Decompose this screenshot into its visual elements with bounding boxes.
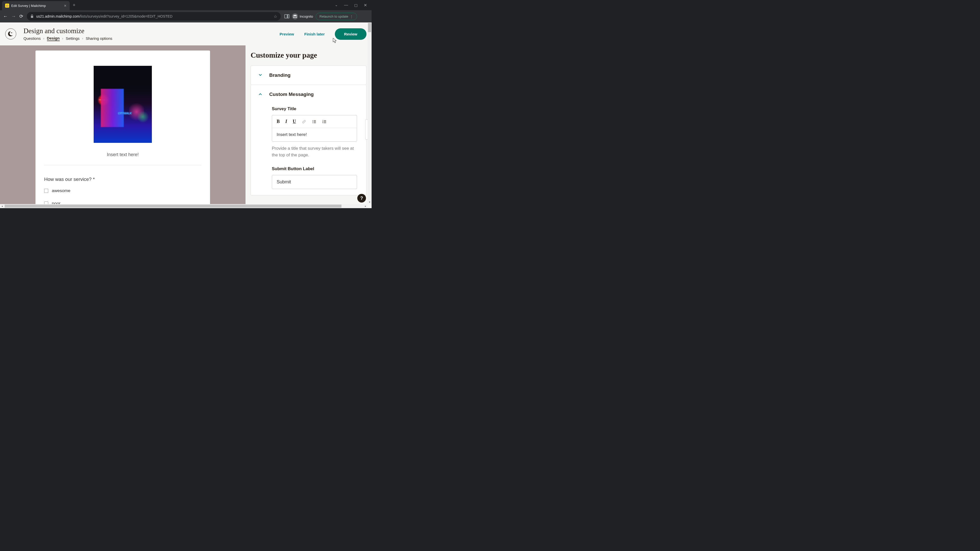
rte-toolbar: B I U 123 [272,115,357,128]
svg-point-3 [312,122,313,123]
chevron-up-icon [259,92,262,97]
tab-search-icon[interactable]: ⌄ [335,3,338,8]
accordion-body: Survey Title B I U [251,104,366,195]
app-header: Design and customize Questions › Design … [0,22,372,45]
rte-content[interactable]: Insert text here! [272,128,357,141]
field-label-survey-title: Survey Title [272,106,357,111]
chevron-down-icon [259,73,262,78]
scrollbar-thumb[interactable] [368,23,371,32]
question-block[interactable]: How was our service? * awesome poor [44,165,201,206]
lock-icon [30,14,34,19]
field-label-submit-button: Submit Button Label [272,166,357,171]
italic-button[interactable]: I [285,119,287,124]
page-title: Design and customize [24,27,280,35]
header-actions: Preview Finish later Review [280,28,366,40]
accordion-branding: Branding [251,65,366,85]
close-window-icon[interactable]: ✕ [364,3,367,8]
forward-button[interactable]: → [11,14,16,19]
scroll-down-icon[interactable]: ▾ [368,200,372,204]
accordion-header-custom-messaging[interactable]: Custom Messaging [251,85,366,104]
preview-button[interactable]: Preview [280,32,294,36]
svg-point-0 [5,29,16,39]
crumb-sharing[interactable]: Sharing options [86,36,112,41]
side-panel-icon[interactable] [284,14,290,18]
survey-header-image[interactable]: CITYWALK [94,66,152,143]
incognito-icon [292,13,298,19]
help-button[interactable]: ? [357,194,366,203]
svg-point-2 [312,121,313,122]
panel-title: Customize your page [251,51,366,59]
app-viewport: Design and customize Questions › Design … [0,22,372,208]
section-label: Custom Messaging [269,92,313,97]
option-row[interactable]: awesome [44,188,201,193]
mailchimp-logo-icon[interactable] [5,28,16,40]
review-button[interactable]: Review [335,28,366,40]
incognito-badge[interactable]: Incognito [292,13,313,19]
rich-text-editor: B I U 123 [272,115,357,141]
app-body: CITYWALK Insert text here! How was our s… [0,45,372,208]
survey-card[interactable]: CITYWALK Insert text here! How was our s… [35,51,210,208]
numbered-list-button[interactable]: 123 [322,119,327,124]
relaunch-button[interactable]: Relaunch to update ⋮ [316,13,357,20]
window-controls: ⌄ ― ◻ ✕ [335,3,372,8]
chevron-right-icon: › [43,37,45,40]
menu-dots-icon: ⋮ [350,14,353,18]
browser-tab[interactable]: 🐵 Edit Survey | Mailchimp ✕ [2,1,70,10]
horizontal-scrollbar[interactable]: ◂ ▸ [0,204,368,208]
new-tab-button[interactable]: + [73,3,76,8]
chevron-right-icon: › [62,37,63,40]
scroll-left-icon[interactable]: ◂ [0,204,4,208]
back-button[interactable]: ← [3,14,8,19]
scrollbar-thumb[interactable] [5,205,342,208]
scroll-right-icon[interactable]: ▸ [363,204,368,208]
crumb-design[interactable]: Design [47,36,60,41]
accordion-custom-messaging: Custom Messaging Survey Title B I U [251,85,366,195]
vertical-scrollbar[interactable]: ▾ [368,22,372,204]
question-text: How was our service? * [44,176,201,182]
reload-button[interactable]: ⟳ [19,14,23,19]
incognito-label: Incognito [300,14,313,18]
crumb-questions[interactable]: Questions [24,36,41,41]
svg-text:3: 3 [323,122,323,124]
svg-point-1 [312,120,313,121]
finish-later-button[interactable]: Finish later [304,32,325,36]
accordion-header-branding[interactable]: Branding [251,66,366,85]
section-label: Branding [269,73,290,78]
survey-preview-canvas: CITYWALK Insert text here! How was our s… [0,45,245,208]
chevron-right-icon: › [82,37,83,40]
option-label: awesome [52,188,70,193]
relaunch-label: Relaunch to update [320,14,348,18]
favicon-icon: 🐵 [5,3,9,8]
crumb-settings[interactable]: Settings [66,36,80,41]
survey-title-preview[interactable]: Insert text here! [44,152,201,165]
bold-button[interactable]: B [277,119,280,124]
browser-tab-bar: 🐵 Edit Survey | Mailchimp ✕ + ⌄ ― ◻ ✕ [0,0,372,10]
help-text-survey-title: Provide a title that survey takers will … [272,145,357,158]
link-button[interactable] [302,119,306,124]
address-bar[interactable]: us21.admin.mailchimp.com/lists/surveys/e… [27,12,281,21]
tab-title: Edit Survey | Mailchimp [11,4,46,8]
maximize-icon[interactable]: ◻ [354,3,358,8]
bookmark-icon[interactable]: ☆ [274,14,277,19]
url-text: us21.admin.mailchimp.com/lists/surveys/e… [36,14,172,18]
browser-toolbar: ← → ⟳ us21.admin.mailchimp.com/lists/sur… [0,10,372,22]
customize-panel: Customize your page Branding Custom Mess… [245,45,372,208]
underline-button[interactable]: U [293,119,296,124]
minimize-icon[interactable]: ― [344,3,348,8]
bullet-list-button[interactable] [312,119,317,124]
checkbox-icon[interactable] [44,189,48,193]
close-tab-icon[interactable]: ✕ [64,4,67,8]
breadcrumb: Questions › Design › Settings › Sharing … [24,36,280,41]
submit-button-label-input[interactable] [272,175,357,189]
